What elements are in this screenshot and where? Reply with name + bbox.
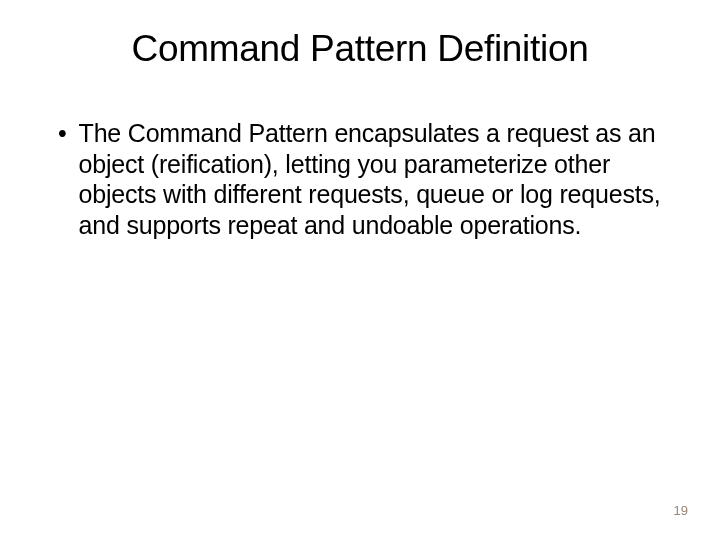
bullet-item: • The Command Pattern encapsulates a req… xyxy=(58,118,670,240)
slide-container: Command Pattern Definition • The Command… xyxy=(0,0,720,540)
slide-content: • The Command Pattern encapsulates a req… xyxy=(50,118,670,240)
bullet-marker: • xyxy=(58,118,67,149)
slide-title: Command Pattern Definition xyxy=(50,28,670,70)
bullet-text: The Command Pattern encapsulates a reque… xyxy=(79,118,670,240)
page-number: 19 xyxy=(674,503,688,518)
